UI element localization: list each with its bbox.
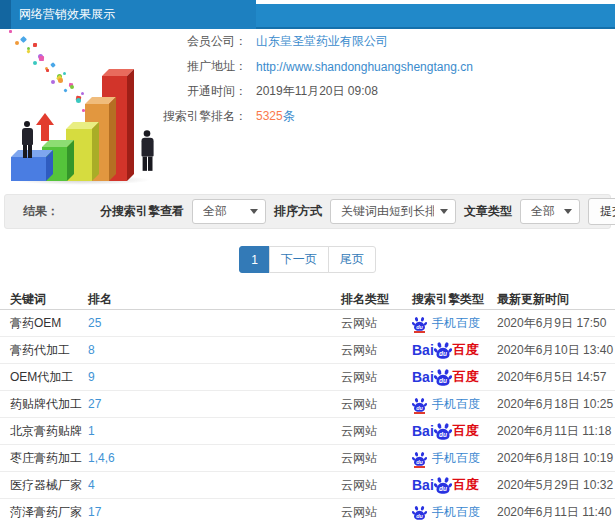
confetti-dot <box>63 89 67 93</box>
engine-cell: Bai du 百度 <box>412 396 497 413</box>
rank-cell: 1 <box>88 424 341 438</box>
last-page-button[interactable]: 尾页 <box>328 246 376 273</box>
rank-type-cell: 云网站 <box>341 342 412 359</box>
engine-view-select[interactable]: 全部 <box>192 199 266 224</box>
update-time-cell: 2020年5月29日 10:32 <box>497 477 615 494</box>
title-bar: 网络营销效果展示 <box>0 0 615 29</box>
rank-link[interactable]: 1,4,6 <box>88 451 115 465</box>
rank-link[interactable]: 17 <box>88 505 101 519</box>
promo-url-link[interactable]: http://www.shandonghuangshengtang.cn <box>256 60 473 74</box>
rank-cell: 8 <box>88 343 341 357</box>
result-label: 结果： <box>23 203 59 220</box>
keyword-cell: 膏药代加工 <box>10 342 88 359</box>
confetti-dot <box>58 78 63 83</box>
engine-cell: Bai du 百度 <box>412 422 497 440</box>
rank-link[interactable]: 8 <box>88 343 95 357</box>
rank-type-cell: 云网站 <box>341 315 412 332</box>
chevron-down-icon <box>250 209 258 214</box>
open-time-value: 2019年11月20日 09:08 <box>256 83 378 100</box>
baidu-pc-logo: Bai du 百度 <box>412 368 479 386</box>
growth-arrow-icon <box>41 124 49 141</box>
sort-select[interactable]: 关键词由短到长排序 <box>330 199 456 224</box>
table-row: 北京膏药贴牌 1 云网站 Bai du 百度 <box>0 418 615 445</box>
svg-text:du: du <box>416 458 423 464</box>
table-row: 膏药代加工 8 云网站 Bai du 百度 <box>0 337 615 364</box>
table-row: 医疗器械厂家 4 云网站 Bai du 百度 <box>0 472 615 499</box>
table-row: 枣庄膏药加工 1,4,6 云网站 Bai du 百度 <box>0 445 615 472</box>
rank-link[interactable]: 25 <box>88 316 101 330</box>
update-time-cell: 2020年6月9日 17:50 <box>497 315 615 332</box>
engine-cell: Bai du 百度 <box>412 450 497 467</box>
rank-link[interactable]: 4 <box>88 478 95 492</box>
svg-text:du: du <box>416 404 423 410</box>
keyword-cell: OEM代加工 <box>10 369 88 386</box>
baidu-paw-icon: du <box>412 505 427 520</box>
keyword-cell: 枣庄膏药加工 <box>10 450 88 467</box>
member-info-section: 会员公司： 山东皇圣堂药业有限公司 推广地址： http://www.shand… <box>0 29 615 192</box>
update-time-cell: 2020年6月18日 10:19 <box>497 450 615 467</box>
engine-cell: Bai du 百度 <box>412 341 497 359</box>
rank-count-number: 5325 <box>256 109 283 123</box>
rank-cell: 1,4,6 <box>88 451 341 465</box>
baidu-pc-logo: Bai du 百度 <box>412 422 479 440</box>
rank-link[interactable]: 27 <box>88 397 101 411</box>
confetti-dot <box>76 98 81 103</box>
keyword-cell: 膏药OEM <box>10 315 88 332</box>
rank-count-unit: 条 <box>283 109 295 123</box>
rank-type-cell: 云网站 <box>341 396 412 413</box>
engine-rank-count[interactable]: 5325条 <box>256 108 295 125</box>
confetti-dot <box>63 72 66 75</box>
page-title: 网络营销效果展示 <box>19 6 115 23</box>
header-keyword: 关键词 <box>10 291 88 308</box>
baidu-paw-icon: du <box>412 397 427 412</box>
rank-type-cell: 云网站 <box>341 423 412 440</box>
keyword-cell: 北京膏药贴牌 <box>10 423 88 440</box>
businessman-left <box>19 121 35 158</box>
article-type-select[interactable]: 全部 <box>520 199 580 224</box>
title-tab: 网络营销效果展示 <box>0 0 256 29</box>
update-time-cell: 2020年6月11日 11:18 <box>497 423 615 440</box>
illustration-bar-blue <box>11 157 46 181</box>
header-engine-type: 搜索引擎类型 <box>412 291 497 308</box>
header-rank: 排名 <box>88 291 341 308</box>
mobile-baidu-label: 手机百度 <box>432 315 480 332</box>
rank-link[interactable]: 1 <box>88 424 95 438</box>
open-time-row: 开通时间： 2019年11月20日 09:08 <box>160 79 473 104</box>
member-company-link[interactable]: 山东皇圣堂药业有限公司 <box>256 33 388 50</box>
submit-button[interactable]: 提交 <box>588 198 615 225</box>
article-type-label: 文章类型 <box>464 203 512 220</box>
rank-cell: 9 <box>88 370 341 384</box>
rank-link[interactable]: 9 <box>88 370 95 384</box>
confetti-dot <box>27 49 31 53</box>
table-row: 菏泽膏药厂家 17 云网站 Bai du 百度 <box>0 499 615 520</box>
table-body: 膏药OEM 25 云网站 Bai du 百度 <box>0 310 615 520</box>
table-row: 药贴牌代加工 27 云网站 Bai du 百度 <box>0 391 615 418</box>
businessman-right <box>138 130 156 171</box>
pagination: 1 下一页 尾页 <box>0 246 615 273</box>
member-company-label: 会员公司： <box>160 33 247 50</box>
baidu-paw-icon: du <box>412 451 427 466</box>
svg-text:du: du <box>439 485 447 492</box>
baidu-paw-icon: du <box>412 316 427 331</box>
page-1-button[interactable]: 1 <box>239 246 270 273</box>
engine-cell: Bai du 百度 <box>412 476 497 494</box>
rank-cell: 25 <box>88 316 341 330</box>
baidu-paw-icon: du <box>434 368 452 386</box>
svg-text:du: du <box>439 431 447 438</box>
svg-text:du: du <box>439 377 447 384</box>
confetti-dot <box>39 56 44 61</box>
engine-cell: Bai du 百度 <box>412 315 497 332</box>
table-row: 膏药OEM 25 云网站 Bai du 百度 <box>0 310 615 337</box>
baidu-paw-icon: du <box>434 476 452 494</box>
mobile-baidu-label: 手机百度 <box>432 504 480 520</box>
mobile-baidu-logo: du 手机百度 <box>412 450 480 467</box>
update-time-cell: 2020年6月18日 10:25 <box>497 396 615 413</box>
rank-type-cell: 云网站 <box>341 369 412 386</box>
header-rank-type: 排名类型 <box>341 291 412 308</box>
confetti-dot <box>51 80 55 84</box>
engine-rank-label: 搜索引擎排名： <box>160 108 247 125</box>
update-time-cell: 2020年6月5日 14:57 <box>497 369 615 386</box>
baidu-pc-logo: Bai du 百度 <box>412 341 479 359</box>
mobile-baidu-logo: du 手机百度 <box>412 315 480 332</box>
next-page-button[interactable]: 下一页 <box>269 246 329 273</box>
